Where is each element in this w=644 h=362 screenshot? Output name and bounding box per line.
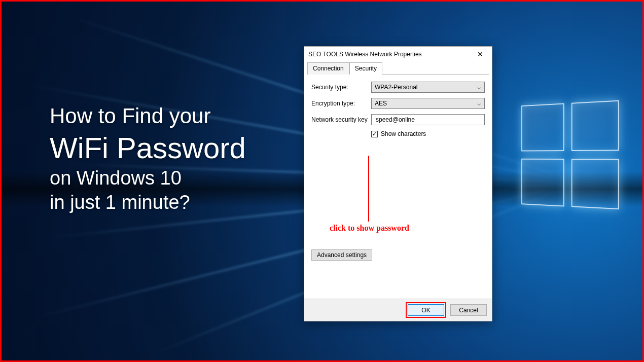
chevron-down-icon: ⌵ — [475, 84, 482, 91]
window-title: SEO TOOLS Wireless Network Properties — [308, 51, 422, 58]
headline-line: WiFi Password — [50, 130, 246, 167]
annotation-line — [368, 156, 369, 222]
show-characters-label: Show characters — [381, 130, 426, 137]
network-properties-dialog: SEO TOOLS Wireless Network Properties ✕ … — [304, 46, 492, 321]
windows-logo-icon — [521, 100, 622, 212]
check-icon: ✓ — [372, 131, 377, 137]
chevron-down-icon: ⌵ — [475, 100, 482, 107]
tab-connection[interactable]: Connection — [307, 62, 349, 75]
security-type-value: WPA2-Personal — [375, 84, 417, 91]
tab-security[interactable]: Security — [349, 62, 382, 75]
security-type-select[interactable]: WPA2-Personal ⌵ — [371, 82, 485, 93]
encryption-type-label: Encryption type: — [311, 100, 371, 107]
titlebar[interactable]: SEO TOOLS Wireless Network Properties ✕ — [304, 47, 492, 62]
network-key-input[interactable] — [375, 116, 482, 124]
encryption-type-select[interactable]: AES ⌵ — [371, 98, 485, 109]
encryption-type-value: AES — [375, 100, 387, 107]
headline-line: on Windows 10 — [50, 166, 246, 191]
cancel-button[interactable]: Cancel — [450, 304, 487, 316]
ok-button[interactable]: OK — [408, 304, 444, 316]
ok-highlight: OK — [406, 302, 446, 318]
screenshot-frame: How to Find your WiFi Password on Window… — [0, 0, 644, 362]
network-key-label: Network security key — [311, 116, 371, 123]
network-key-field[interactable] — [371, 114, 485, 125]
dialog-footer: OK Cancel — [304, 299, 492, 321]
security-type-label: Security type: — [311, 84, 371, 91]
show-characters-checkbox[interactable]: ✓ — [371, 131, 378, 137]
headline: How to Find your WiFi Password on Window… — [50, 103, 246, 214]
tabstrip: Connection Security — [304, 62, 492, 74]
close-icon[interactable]: ✕ — [473, 49, 488, 59]
headline-line: How to Find your — [50, 103, 246, 130]
security-panel: Security type: WPA2-Personal ⌵ Encryptio… — [304, 75, 492, 299]
headline-line: in just 1 minute? — [50, 191, 246, 215]
annotation-text: click to show password — [330, 224, 409, 233]
advanced-settings-button[interactable]: Advanced settings — [311, 249, 372, 261]
